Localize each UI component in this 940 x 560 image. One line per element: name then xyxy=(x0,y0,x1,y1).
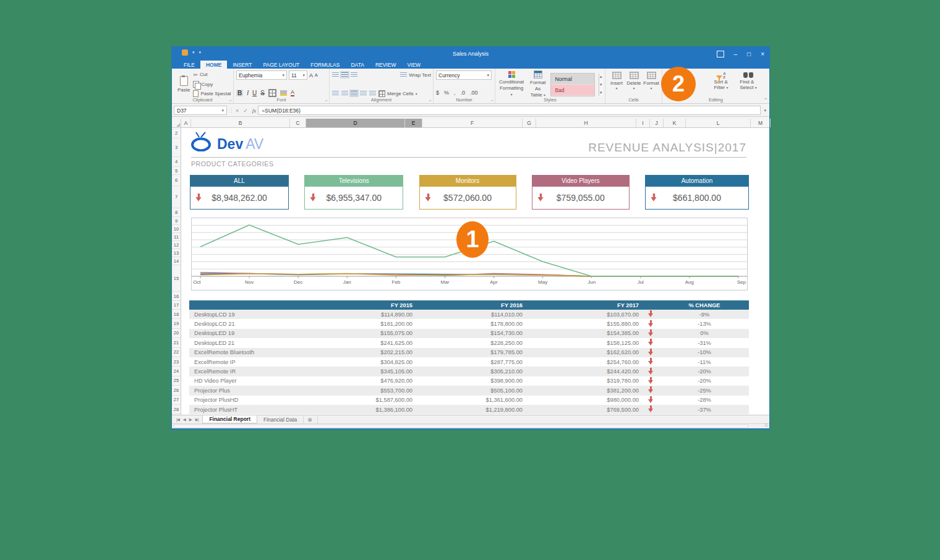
row-header[interactable]: 24 xyxy=(172,367,181,376)
horizontal-scrollbar[interactable] xyxy=(172,423,769,428)
sort-filter-button[interactable]: AZ Sort &Filter ▾ xyxy=(711,70,732,98)
gallery-scroll[interactable]: ▲▼▼ xyxy=(599,74,603,96)
cells-button[interactable]: Insert ▾ xyxy=(608,70,625,98)
cancel-icon[interactable]: × xyxy=(236,108,239,114)
format-as-table-button[interactable]: FormatAs Table ▾ xyxy=(529,70,547,98)
prev-sheet-icon[interactable]: ◀ xyxy=(183,417,186,422)
minimize-button[interactable]: – xyxy=(734,51,738,57)
row-header[interactable]: 28 xyxy=(172,405,181,414)
table-row[interactable]: Projector PlusHD $1,587,600.00 $1,361,60… xyxy=(189,396,749,405)
cells-button[interactable]: Format ▾ xyxy=(643,70,660,98)
cells-button[interactable]: Delete ▾ xyxy=(625,70,643,98)
wrap-text-button[interactable]: Wrap Text xyxy=(400,71,431,79)
shrink-font-button[interactable]: A xyxy=(315,73,318,77)
align-top-icon[interactable] xyxy=(332,72,339,77)
cell-styles-gallery[interactable]: Normal Bad xyxy=(550,73,594,96)
enter-icon[interactable]: ✓ xyxy=(243,108,248,114)
column-header[interactable]: A xyxy=(181,119,191,127)
number-tool-button[interactable]: % xyxy=(444,90,449,96)
table-row[interactable]: ExcelRemote Bluetooth $202,215.00 $179,7… xyxy=(189,348,749,357)
number-tool-button[interactable]: .0 xyxy=(461,90,466,96)
last-sheet-icon[interactable]: ▶| xyxy=(195,417,199,422)
row-header[interactable]: 18 xyxy=(172,310,181,319)
row-header[interactable]: 21 xyxy=(172,338,181,347)
ribbon-tab[interactable]: REVIEW xyxy=(370,61,402,69)
ribbon-tab[interactable]: FILE xyxy=(178,61,200,69)
row-header[interactable]: 17 xyxy=(172,301,181,310)
column-header[interactable]: B xyxy=(191,119,290,127)
column-header[interactable]: C xyxy=(290,119,306,127)
merge-cells-button[interactable]: Merge Cells ▾ xyxy=(378,90,417,98)
formula-bar-expand-icon[interactable]: ▾ xyxy=(763,108,767,113)
strikethrough-button[interactable]: S xyxy=(260,90,265,96)
select-all-corner[interactable] xyxy=(172,119,181,127)
table-row[interactable]: DesktopLED 21 $241,625.00 $228,250.00 $1… xyxy=(189,338,749,347)
row-header[interactable]: 27 xyxy=(172,396,181,405)
worksheet[interactable]: DevAV REVENUE ANALYSIS|2017 PRODUCT CATE… xyxy=(181,128,769,415)
row-header[interactable]: 26 xyxy=(172,386,181,395)
insert-function-icon[interactable]: fx xyxy=(252,108,257,114)
row-header[interactable]: 2 xyxy=(172,128,181,138)
table-row[interactable]: DesktopLCD 19 $114,890.00 $114,010.00 $1… xyxy=(189,310,749,319)
table-row[interactable]: DesktopLCD 21 $181,200.00 $178,800.00 $1… xyxy=(189,319,749,328)
row-header[interactable]: 19 xyxy=(172,319,181,328)
first-sheet-icon[interactable]: |◀ xyxy=(176,417,179,422)
font-dialog-launcher[interactable]: ⌐ xyxy=(325,98,328,103)
column-header[interactable]: F xyxy=(422,119,523,127)
resize-grip[interactable] xyxy=(764,423,768,427)
align-left-icon[interactable] xyxy=(332,91,339,96)
ribbon-tab[interactable]: PAGE LAYOUT xyxy=(257,61,305,69)
ribbon-tab[interactable]: DATA xyxy=(345,61,369,69)
ribbon-tab[interactable]: VIEW xyxy=(401,61,426,69)
decrease-indent-icon[interactable] xyxy=(360,91,367,96)
align-right-icon[interactable] xyxy=(351,91,357,96)
collapse-ribbon-icon[interactable]: ^ xyxy=(764,96,767,102)
table-row[interactable]: Projector Plus $553,700.00 $505,100.00 $… xyxy=(189,386,749,395)
column-header[interactable]: G xyxy=(523,119,536,127)
table-row[interactable]: HD Video Player $476,920.00 $398,900.00 … xyxy=(189,376,749,386)
ribbon-tab[interactable]: INSERT xyxy=(227,61,257,69)
ribbon-display-options-icon[interactable] xyxy=(717,51,724,57)
new-sheet-icon[interactable]: ⊕ xyxy=(307,415,318,423)
column-header[interactable]: E xyxy=(405,119,422,127)
column-header[interactable]: I xyxy=(636,119,650,127)
row-header[interactable]: 12 xyxy=(172,241,181,249)
row-header[interactable]: 16 xyxy=(172,292,181,301)
name-box-dropdown-icon[interactable]: ▾ xyxy=(221,108,224,113)
table-row[interactable]: DesktopLED 19 $155,075.00 $154,730.00 $1… xyxy=(189,329,749,338)
row-header[interactable]: 8 xyxy=(172,208,181,217)
ribbon-tab[interactable]: HOME xyxy=(200,61,228,69)
clipboard-dialog-launcher[interactable]: ⌐ xyxy=(229,98,232,103)
bold-button[interactable]: B xyxy=(236,90,243,96)
row-header[interactable]: 3 xyxy=(172,138,181,157)
sheet-tab[interactable]: Financial Report xyxy=(202,415,257,423)
close-button[interactable]: × xyxy=(761,51,764,57)
font-color-icon[interactable]: A xyxy=(291,90,294,96)
italic-button[interactable]: I xyxy=(247,90,249,96)
number-tool-button[interactable]: $ xyxy=(436,90,439,96)
row-header[interactable]: 9 xyxy=(172,217,181,225)
row-header[interactable]: 10 xyxy=(172,225,181,233)
copy-button[interactable]: Copy xyxy=(193,80,231,88)
column-header[interactable]: J xyxy=(650,119,664,127)
grow-font-button[interactable]: A xyxy=(309,72,313,78)
column-header[interactable]: M xyxy=(751,119,771,127)
number-tool-button[interactable]: .00 xyxy=(470,90,478,96)
column-header[interactable]: D xyxy=(306,119,405,127)
row-header[interactable]: 15 xyxy=(172,265,181,292)
row-header[interactable]: 14 xyxy=(172,257,181,265)
font-name-select[interactable]: Euphemia▾ xyxy=(236,70,287,80)
alignment-dialog-launcher[interactable]: ⌐ xyxy=(429,98,432,103)
row-header[interactable]: 23 xyxy=(172,357,181,367)
align-middle-icon[interactable] xyxy=(341,72,348,77)
number-format-select[interactable]: Currency▾ xyxy=(436,70,492,80)
formula-input[interactable]: =SUM(D18:E36) xyxy=(258,106,761,115)
cell-style-swatch[interactable]: Normal xyxy=(551,74,594,85)
column-header[interactable]: L xyxy=(686,119,751,127)
column-header[interactable]: K xyxy=(664,119,686,127)
sheet-tab[interactable]: Financial Data xyxy=(257,415,304,423)
scrollbar-thumb[interactable] xyxy=(173,425,748,428)
cut-button[interactable]: ✂ Cut xyxy=(193,70,231,78)
row-header[interactable]: 5 xyxy=(172,167,181,175)
find-select-button[interactable]: Find &Select ▾ xyxy=(738,70,759,98)
